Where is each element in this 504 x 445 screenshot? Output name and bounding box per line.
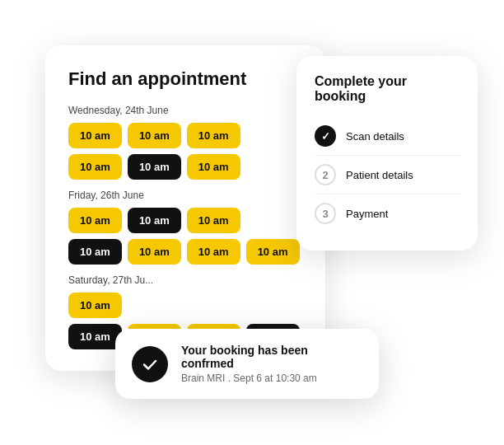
toast-subtitle: Brain MRI . Sept 6 at 10:30 am [181, 372, 362, 384]
time-slot-selected[interactable]: 10 am [68, 239, 122, 265]
appointment-card: Find an appointment Wednesday, 24th June… [45, 45, 325, 371]
check-icon: ✓ [321, 130, 330, 143]
time-slot[interactable]: 10 am [187, 208, 240, 233]
time-slot[interactable]: 10 am [187, 123, 240, 148]
step-2: 2 Patient details [315, 156, 460, 194]
appointment-title: Find an appointment [68, 68, 302, 90]
time-slot[interactable]: 10 am [128, 239, 181, 265]
time-slot-selected[interactable]: 10 am [68, 324, 122, 349]
booking-card: Complete your booking ✓ Scan details 2 P… [296, 56, 478, 251]
step-1-label: Scan details [346, 130, 404, 143]
date-label-1: Wednesday, 24th June [68, 105, 302, 116]
time-slot[interactable]: 10 am [68, 154, 122, 180]
date-label-3: Saturday, 27th Ju... [68, 274, 302, 286]
time-grid-2-row2: 10 am 10 am 10 am 10 am [68, 239, 302, 265]
step-1-circle: ✓ [315, 125, 336, 147]
step-2-number: 2 [322, 169, 328, 181]
step-2-circle: 2 [315, 164, 336, 185]
time-slot-selected[interactable]: 10 am [128, 208, 181, 233]
time-slot[interactable]: 10 am [187, 239, 240, 265]
time-slot[interactable]: 10 am [128, 123, 181, 148]
step-3-number: 3 [322, 208, 328, 220]
time-slot[interactable]: 10 am [68, 293, 122, 318]
scene: Find an appointment Wednesday, 24th June… [0, 0, 504, 445]
time-slot[interactable]: 10 am [68, 123, 122, 148]
step-3: 3 Payment [315, 194, 460, 232]
time-slot[interactable]: 10 am [187, 154, 240, 180]
date-label-2: Friday, 26th June [68, 190, 302, 201]
toast-title: Your booking has been confrmed [181, 344, 362, 370]
step-1: ✓ Scan details [315, 117, 460, 156]
toast-check-icon [132, 346, 168, 382]
booking-title: Complete your booking [315, 74, 460, 104]
time-slot[interactable]: 10 am [68, 208, 122, 233]
time-slot[interactable]: 10 am [246, 239, 300, 265]
toast-content: Your booking has been confrmed Brain MRI… [181, 344, 362, 384]
time-slot-selected[interactable]: 10 am [128, 154, 181, 180]
time-grid-2-row1: 10 am 10 am 10 am [68, 208, 302, 233]
time-grid-1-row2: 10 am 10 am 10 am [68, 154, 302, 180]
step-2-label: Patient details [346, 169, 413, 181]
confirmation-toast: Your booking has been confrmed Brain MRI… [115, 329, 379, 399]
step-3-label: Payment [346, 208, 388, 220]
step-3-circle: 3 [315, 203, 336, 224]
time-grid-3-row1: 10 am [68, 293, 302, 318]
time-grid-1-row1: 10 am 10 am 10 am [68, 123, 302, 148]
